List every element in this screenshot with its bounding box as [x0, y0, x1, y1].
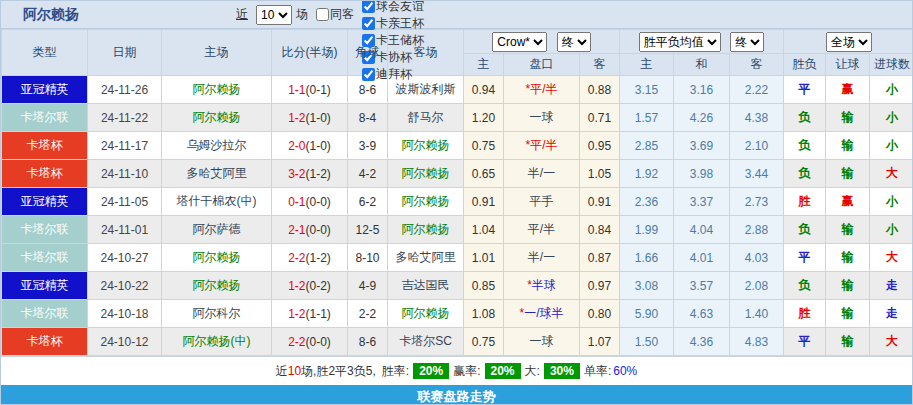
home-team[interactable]: 塔什干棉农(中): [162, 188, 272, 216]
odds-away: 0.87: [580, 244, 620, 272]
avg-state-select[interactable]: 终: [730, 32, 764, 52]
league-checkbox[interactable]: [362, 68, 375, 81]
home-team[interactable]: 多哈艾阿里: [162, 160, 272, 188]
avg-group-header: 胜平负均值 终: [620, 30, 784, 54]
away-team[interactable]: 阿尔赖扬: [388, 216, 464, 244]
home-team[interactable]: 阿尔赖扬(中): [162, 328, 272, 356]
league-filter[interactable]: 卡亲王杯: [362, 15, 424, 32]
avg-home: 2.85: [620, 132, 674, 160]
games-label: 场: [296, 6, 308, 23]
match-date: 24-10-12: [88, 328, 162, 356]
league-filter[interactable]: 球会友谊: [362, 0, 424, 15]
result-cell: 负: [784, 160, 826, 188]
match-row: 卡塔杯 24-11-10 多哈艾阿里 3-2(1-2) 4-2 阿尔赖扬 0.6…: [2, 160, 913, 188]
avg-away: 3.44: [730, 160, 784, 188]
let-result-cell: 输: [826, 132, 870, 160]
let-result-cell: 输: [826, 104, 870, 132]
handicap-cell: 一球: [504, 104, 580, 132]
let-result-cell: 输: [826, 328, 870, 356]
odds-away: 0.80: [580, 300, 620, 328]
home-team[interactable]: 阿尔赖扬: [162, 104, 272, 132]
home-team[interactable]: 阿尔赖扬: [162, 244, 272, 272]
away-team[interactable]: 舒马尔: [388, 104, 464, 132]
let-result-cell: 输: [826, 272, 870, 300]
let-result-cell: 输: [826, 160, 870, 188]
home-team[interactable]: 阿尔萨德: [162, 216, 272, 244]
goals-result-cell: 走: [870, 300, 913, 328]
avg-draw: 3.37: [674, 188, 730, 216]
team-match-history-panel: 阿尔赖扬 近 10 场 同客 亚冠精英卡塔尔联卡塔杯球会友谊卡亲王杯卡王储杯卡协…: [0, 0, 913, 405]
score-cell: 2-2(1-2): [272, 244, 348, 272]
away-team[interactable]: 阿尔赖扬: [388, 300, 464, 328]
goals-result-cell: 走: [870, 272, 913, 300]
handicap-cell: *半球: [504, 272, 580, 300]
home-team[interactable]: 阿尔赖扬: [162, 272, 272, 300]
avg-away: 4.83: [730, 328, 784, 356]
score-cell: 2-0(1-0): [272, 132, 348, 160]
odds-home: 0.75: [464, 132, 504, 160]
result-cell: 平: [784, 244, 826, 272]
competition-badge: 卡塔尔联: [2, 244, 88, 272]
corner-score: 8-4: [348, 104, 388, 132]
away-team[interactable]: 阿尔赖扬: [388, 132, 464, 160]
avg-draw: 3.57: [674, 272, 730, 300]
corner-score: 6-2: [348, 188, 388, 216]
scope-select[interactable]: 全场: [826, 32, 872, 52]
odds-state-select[interactable]: 终: [557, 32, 591, 52]
odds-home: 0.75: [464, 328, 504, 356]
odds-home: 1.04: [464, 216, 504, 244]
odds-source-select[interactable]: Crow*: [492, 32, 547, 52]
league-filter[interactable]: 迪拜杯: [362, 66, 424, 83]
league-checkbox[interactable]: [362, 17, 375, 30]
handicap-cell: *平/半: [504, 132, 580, 160]
match-date: 24-10-22: [88, 272, 162, 300]
result-cell: 胜: [784, 188, 826, 216]
avg-draw: 4.04: [674, 216, 730, 244]
same-venue-label: 同客: [330, 6, 354, 23]
odds-home: 0.91: [464, 188, 504, 216]
competition-badge: 卡塔杯: [2, 160, 88, 188]
away-team[interactable]: 多哈艾阿里: [388, 244, 464, 272]
corner-score: 8-6: [348, 328, 388, 356]
odds-away: 0.97: [580, 272, 620, 300]
big-rate-label: 大:: [525, 363, 540, 380]
recent-link[interactable]: 近: [236, 6, 248, 23]
odds-home: 1.20: [464, 104, 504, 132]
odds-away: 0.84: [580, 216, 620, 244]
avg-source-select[interactable]: 胜平负均值: [639, 32, 721, 52]
avg-away: 2.08: [730, 272, 784, 300]
home-team[interactable]: 乌姆沙拉尔: [162, 132, 272, 160]
competition-badge: 卡塔杯: [2, 328, 88, 356]
score-cell: 2-1(0-0): [272, 216, 348, 244]
match-row: 卡塔尔联 24-10-18 阿尔科尔 1-2(1-1) 2-2 阿尔赖扬 1.0…: [2, 300, 913, 328]
win-rate-badge: 20%: [413, 363, 449, 379]
odds-home: 1.08: [464, 300, 504, 328]
odds-away: 0.91: [580, 188, 620, 216]
home-team[interactable]: 阿尔科尔: [162, 300, 272, 328]
result-cell: 负: [784, 132, 826, 160]
handicap-win-label: 赢率:: [453, 363, 480, 380]
avg-away: 4.38: [730, 104, 784, 132]
match-row: 卡塔尔联 24-11-01 阿尔萨德 2-1(0-0) 12-5 阿尔赖扬 1.…: [2, 216, 913, 244]
same-venue-filter[interactable]: 同客: [316, 6, 354, 23]
away-team[interactable]: 卡塔尔SC: [388, 328, 464, 356]
goals-result-cell: 大: [870, 160, 913, 188]
match-date: 24-11-22: [88, 104, 162, 132]
match-row: 亚冠精英 24-10-22 阿尔赖扬 1-2(0-2) 4-9 吉达国民 0.8…: [2, 272, 913, 300]
away-team[interactable]: 吉达国民: [388, 272, 464, 300]
summary-prefix: 近: [276, 363, 288, 380]
same-venue-checkbox[interactable]: [316, 8, 329, 21]
odds-home: 0.65: [464, 160, 504, 188]
col-type: 类型: [2, 30, 88, 76]
avg-away: 1.40: [730, 300, 784, 328]
result-cell: 负: [784, 216, 826, 244]
avg-draw: 4.63: [674, 300, 730, 328]
result-cell: 负: [784, 104, 826, 132]
recent-count-select[interactable]: 10: [256, 5, 292, 25]
competition-badge: 卡塔尔联: [2, 216, 88, 244]
away-team[interactable]: 阿尔赖扬: [388, 188, 464, 216]
away-team[interactable]: 阿尔赖扬: [388, 160, 464, 188]
result-cell: 胜: [784, 300, 826, 328]
league-label: 卡协杯: [376, 49, 412, 66]
league-checkbox[interactable]: [362, 0, 375, 13]
